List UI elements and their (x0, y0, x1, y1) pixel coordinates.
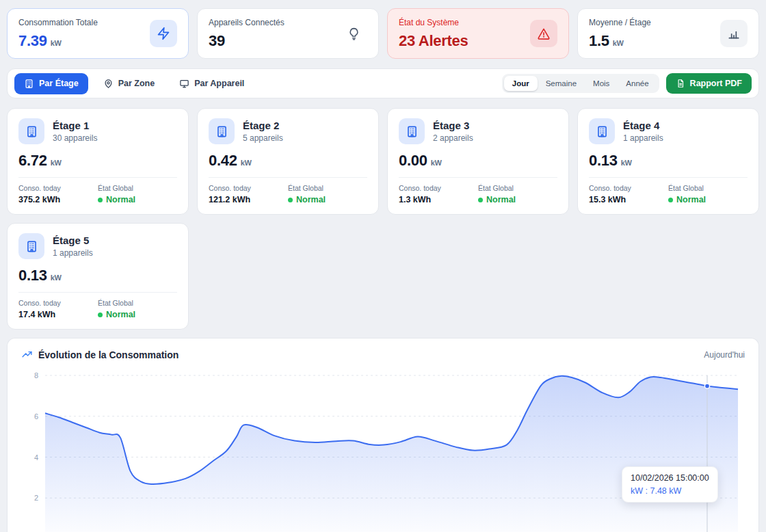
stat-value: 7.39 kW (18, 32, 98, 50)
conso-today-label: Conso. today (589, 184, 668, 192)
chart-period-badge: Aujourd'hui (704, 350, 745, 360)
stat-card-system-status: État du Système 23 Alertes (387, 8, 569, 59)
svg-text:6: 6 (34, 412, 38, 421)
floor-power-unit: kW (241, 159, 252, 167)
floor-power: 0.13 kW (589, 152, 748, 170)
stats-row: Consommation Totale 7.39 kW Appareils Co… (7, 8, 759, 59)
floor-power-value: 6.72 (18, 152, 47, 170)
status-text: Normal (106, 195, 135, 204)
conso-today-label: Conso. today (399, 184, 478, 192)
floor-name: Étage 4 (623, 120, 663, 131)
svg-text:4: 4 (34, 453, 38, 462)
floor-status-block: État Global Normal (478, 184, 557, 204)
floor-power: 0.13 kW (18, 267, 177, 284)
tab-par-appareil[interactable]: Par Appareil (170, 73, 254, 94)
floor-head: Étage 1 30 appareils (18, 118, 177, 144)
floor-power-value: 0.42 (209, 152, 237, 170)
floor-power-value: 0.13 (18, 267, 47, 284)
floor-footer: Conso. today 17.4 kWh État Global Normal (18, 299, 177, 319)
tab-par-zone[interactable]: Par Zone (94, 73, 165, 94)
status-text: Normal (676, 195, 706, 204)
stat-text: État du Système 23 Alertes (399, 18, 468, 50)
floor-head: Étage 2 5 appareils (209, 118, 367, 144)
floor-footer: Conso. today 1.3 kWh État Global Normal (399, 184, 557, 204)
floor-title-block: Étage 5 1 appareils (53, 235, 93, 258)
divider (209, 177, 367, 178)
building-icon (399, 118, 425, 144)
status-badge: Normal (98, 195, 177, 204)
chart-title-text: Évolution de la Consommation (38, 349, 179, 360)
floor-status-block: État Global Normal (668, 184, 748, 204)
floor-power-unit: kW (51, 159, 62, 167)
bar-chart-icon (720, 20, 748, 47)
stat-unit: kW (51, 39, 62, 47)
stat-card-connected-devices: Appareils Connectés 39 (197, 8, 379, 59)
period-segmented-control: Jour Semaine Mois Année (502, 74, 659, 93)
consumption-line-chart[interactable]: 02468 (8, 367, 760, 532)
status-dot-icon (288, 198, 293, 202)
stat-number: 39 (209, 32, 225, 50)
floor-footer: Conso. today 121.2 kWh État Global Norma… (209, 184, 367, 204)
divider (18, 292, 177, 293)
floor-card[interactable]: Étage 4 1 appareils 0.13 kW Conso. today… (577, 108, 759, 215)
floor-head: Étage 4 1 appareils (589, 118, 748, 144)
floor-conso-block: Conso. today 375.2 kWh (18, 184, 98, 204)
floor-power: 0.00 kW (399, 152, 557, 170)
floor-title-block: Étage 3 2 appareils (433, 120, 473, 143)
floor-card[interactable]: Étage 2 5 appareils 0.42 kW Conso. today… (197, 108, 379, 215)
floor-card[interactable]: Étage 5 1 appareils 0.13 kW Conso. today… (7, 223, 189, 330)
floor-card[interactable]: Étage 3 2 appareils 0.00 kW Conso. today… (387, 108, 569, 215)
floor-title-block: Étage 4 1 appareils (623, 120, 663, 143)
floor-status-block: État Global Normal (98, 299, 177, 319)
status-badge: Normal (98, 310, 177, 319)
stat-card-total-consumption: Consommation Totale 7.39 kW (7, 8, 189, 59)
floor-card[interactable]: Étage 1 30 appareils 6.72 kW Conso. toda… (7, 108, 189, 215)
tab-label: Par Appareil (194, 79, 244, 88)
energy-dashboard: Consommation Totale 7.39 kW Appareils Co… (0, 0, 766, 532)
period-semaine[interactable]: Semaine (538, 76, 585, 91)
floor-power-value: 0.00 (399, 152, 427, 170)
building-icon (18, 118, 44, 144)
stat-label: Appareils Connectés (209, 18, 285, 27)
monitor-icon (179, 79, 189, 89)
building-icon (589, 118, 615, 144)
etat-global-label: État Global (478, 184, 557, 192)
floor-title-block: Étage 1 30 appareils (53, 120, 97, 143)
floor-status-block: État Global Normal (288, 184, 367, 204)
floor-device-count: 5 appareils (243, 133, 283, 143)
floor-status-block: État Global Normal (98, 184, 177, 204)
stat-unit: kW (613, 39, 624, 47)
consumption-chart-card: Évolution de la Consommation Aujourd'hui… (7, 338, 759, 532)
etat-global-label: État Global (98, 299, 177, 307)
conso-today-value: 17.4 kWh (18, 310, 98, 319)
etat-global-label: État Global (98, 184, 177, 192)
floor-footer: Conso. today 375.2 kWh État Global Norma… (18, 184, 177, 204)
building-icon (18, 233, 44, 259)
stat-value: 1.5 kW (589, 32, 651, 50)
stat-card-average-per-floor: Moyenne / Étage 1.5 kW (577, 8, 759, 59)
status-dot-icon (478, 198, 483, 202)
status-badge: Normal (478, 195, 557, 204)
stat-text: Consommation Totale 7.39 kW (18, 18, 98, 50)
conso-today-value: 121.2 kWh (209, 195, 288, 204)
etat-global-label: État Global (668, 184, 748, 192)
floor-conso-block: Conso. today 121.2 kWh (209, 184, 288, 204)
tooltip-value: kW : 7.48 kW (631, 486, 709, 496)
floor-power: 0.42 kW (209, 152, 367, 170)
svg-text:8: 8 (34, 371, 38, 380)
floor-power-unit: kW (621, 159, 632, 167)
status-badge: Normal (288, 195, 367, 204)
period-mois[interactable]: Mois (585, 76, 618, 91)
tab-par-etage[interactable]: Par Étage (14, 73, 88, 94)
document-icon (676, 79, 685, 88)
tab-label: Par Étage (39, 79, 79, 88)
stat-number: 7.39 (18, 32, 47, 50)
floor-name: Étage 3 (433, 120, 473, 131)
floor-title-block: Étage 2 5 appareils (243, 120, 283, 143)
tooltip-timestamp: 10/02/2026 15:00:00 (631, 473, 709, 483)
stat-label: Moyenne / Étage (589, 18, 651, 27)
floor-power-unit: kW (51, 274, 62, 282)
period-jour[interactable]: Jour (504, 76, 538, 91)
report-pdf-button[interactable]: Rapport PDF (666, 73, 752, 94)
period-annee[interactable]: Année (618, 76, 657, 91)
